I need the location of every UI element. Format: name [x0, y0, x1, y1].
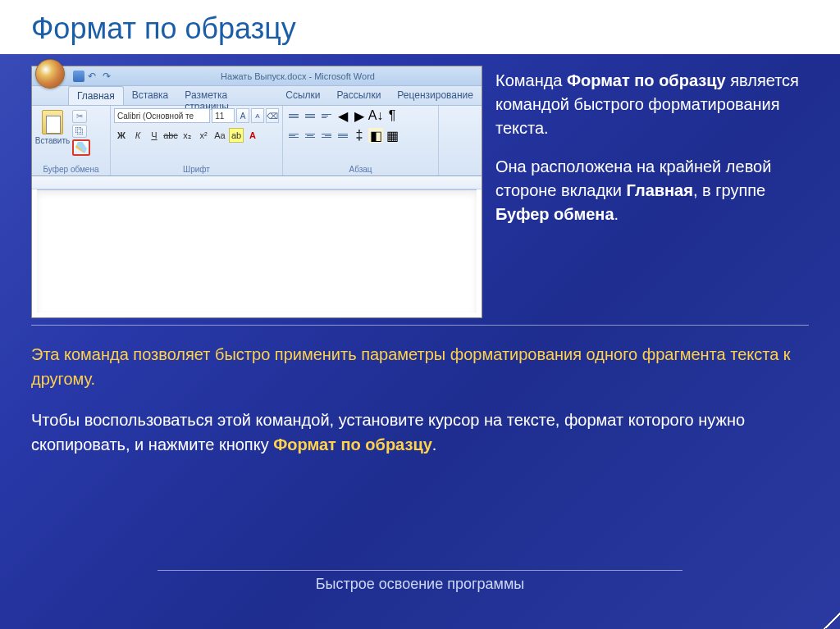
bold-term: Формат по образцу [273, 435, 432, 454]
redo-icon[interactable] [103, 71, 114, 82]
explainer-right: Команда Формат по образцу является коман… [495, 66, 815, 241]
font-size-select[interactable]: 11 [212, 108, 235, 123]
slide-title: Формат по образцу [31, 11, 809, 46]
strike-button[interactable]: abc [163, 128, 178, 143]
shading-button[interactable]: ◧ [368, 128, 383, 143]
office-button[interactable] [35, 59, 65, 89]
text: , в группе [693, 181, 765, 199]
group-paragraph-label: Абзац [286, 164, 435, 175]
para-3: Эта команда позволяет быстро применить п… [31, 342, 809, 391]
group-font: Calibri (Основной те 11 A A ⌫ Ж К Ч abc … [111, 106, 283, 175]
paste-button[interactable]: Вставить [35, 108, 70, 145]
para-4: Чтобы воспользоваться этой командой, уст… [31, 408, 809, 457]
tab-insert[interactable]: Вставка [124, 86, 177, 105]
undo-icon[interactable] [88, 71, 99, 82]
align-right-button[interactable] [319, 128, 334, 143]
multilevel-button[interactable] [319, 108, 334, 123]
font-color-button[interactable]: A [245, 128, 260, 143]
borders-button[interactable]: ▦ [385, 128, 399, 143]
cut-button[interactable] [72, 110, 87, 123]
align-left-button[interactable] [286, 128, 301, 143]
slide-title-band: Формат по образцу [0, 0, 840, 54]
bold-button[interactable]: Ж [114, 128, 129, 143]
tab-layout[interactable]: Разметка страницы [176, 86, 277, 105]
format-painter-button[interactable] [72, 139, 90, 156]
shrink-font-icon[interactable]: A [251, 108, 264, 123]
bold-term: Буфер обмена [495, 205, 614, 223]
ruler [32, 176, 482, 189]
text: Команда [495, 71, 567, 89]
para-1: Команда Формат по образцу является коман… [495, 69, 815, 140]
para-2: Она расположена на крайней левой стороне… [495, 155, 815, 226]
align-center-button[interactable] [303, 128, 317, 143]
italic-button[interactable]: К [130, 128, 145, 143]
bold-term: Формат по образцу [567, 71, 726, 89]
explainer-lower: Эта команда позволяет быстро применить п… [0, 326, 840, 457]
indent-inc-button[interactable]: ▶ [352, 108, 367, 123]
bold-term: Главная [627, 181, 693, 199]
underline-button[interactable]: Ч [147, 128, 162, 143]
superscript-button[interactable]: x² [196, 128, 211, 143]
case-button[interactable]: Aa [212, 128, 227, 143]
sort-button[interactable]: A↓ [368, 108, 383, 123]
line-spacing-button[interactable]: ‡ [352, 128, 367, 143]
tab-home[interactable]: Главная [68, 86, 124, 105]
ribbon: Вставить Буфер обмена Calibri [32, 106, 482, 176]
font-name-select[interactable]: Calibri (Основной те [114, 108, 210, 123]
footer-rule [158, 570, 682, 571]
show-marks-button[interactable]: ¶ [385, 108, 399, 123]
copy-button[interactable] [72, 125, 87, 138]
paste-label: Вставить [35, 136, 70, 145]
document-area[interactable] [37, 189, 477, 312]
window-title: Нажать Выпуск.docx - Microsoft Word [114, 71, 482, 81]
text: . [432, 435, 437, 454]
group-clipboard-label: Буфер обмена [35, 164, 107, 175]
bullets-button[interactable] [286, 108, 301, 123]
numbering-button[interactable] [303, 108, 317, 123]
word-screenshot: Нажать Выпуск.docx - Microsoft Word Глав… [31, 66, 482, 318]
group-paragraph: ◀ ▶ A↓ ¶ ‡ ◧ ▦ Абзац [283, 106, 439, 175]
subscript-button[interactable]: x₂ [180, 128, 194, 143]
tab-mailings[interactable]: Рассылки [328, 86, 389, 105]
corner-decoration [824, 613, 840, 629]
group-clipboard: Вставить Буфер обмена [32, 106, 111, 175]
ribbon-tabs: Главная Вставка Разметка страницы Ссылки… [32, 86, 482, 106]
text: . [614, 205, 619, 223]
footer-text: Быстрое освоение программы [158, 576, 682, 593]
justify-button[interactable] [336, 128, 350, 143]
clear-format-icon[interactable]: ⌫ [266, 108, 279, 123]
quick-access-toolbar: Нажать Выпуск.docx - Microsoft Word [32, 66, 482, 86]
brush-icon [75, 142, 87, 153]
tab-review[interactable]: Рецензирование [389, 86, 482, 105]
highlight-button[interactable]: ab [229, 128, 244, 143]
footer: Быстрое освоение программы [158, 570, 682, 593]
indent-dec-button[interactable]: ◀ [336, 108, 350, 123]
tab-references[interactable]: Ссылки [277, 86, 328, 105]
grow-font-icon[interactable]: A [236, 108, 249, 123]
group-font-label: Шрифт [114, 164, 279, 175]
paste-icon [42, 110, 63, 134]
save-icon[interactable] [73, 71, 84, 82]
